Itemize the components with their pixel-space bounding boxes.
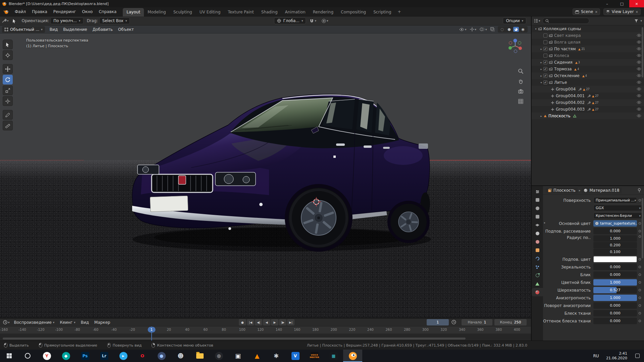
number-field[interactable]: 0.000 xyxy=(593,228,637,234)
keyframe-dot-circle[interactable] xyxy=(639,266,641,268)
outliner-search-input[interactable] xyxy=(542,18,589,24)
action-center-icon[interactable] xyxy=(631,350,644,362)
keyframe-dot-circle[interactable] xyxy=(639,274,641,276)
visibility-eye-icon[interactable] xyxy=(637,101,641,104)
object-visibility-dropdown[interactable]: ▾ xyxy=(458,28,468,31)
taskbar-app-obs[interactable]: ◎ xyxy=(209,350,228,362)
minimize-button[interactable]: – xyxy=(600,0,614,7)
outliner-row[interactable]: Group00427 xyxy=(532,86,644,93)
jump-to-start-button[interactable]: |◀ xyxy=(247,319,254,325)
number-field[interactable]: 0.200 xyxy=(593,242,637,248)
collection-checkbox[interactable] xyxy=(543,54,547,58)
workspace-tab[interactable]: UV Editing xyxy=(196,8,224,16)
taskbar-app-photoshop[interactable]: Ps xyxy=(75,350,95,362)
frame-end-field[interactable]: Конец250 xyxy=(494,319,527,325)
outliner-row[interactable]: Group004.00227 xyxy=(532,99,644,106)
show-gizmo-toggle[interactable]: ▾ xyxy=(468,27,478,32)
slider-field[interactable]: 0.527 xyxy=(593,287,637,293)
properties-tab-output[interactable] xyxy=(532,213,543,221)
keyframe-dot[interactable] xyxy=(637,320,642,322)
properties-tab-tool[interactable] xyxy=(532,196,543,204)
dropdown-field[interactable]: Кристенсен-Берли▾ xyxy=(593,213,643,219)
outliner-row[interactable]: ▸✓Тормоза4 xyxy=(532,66,644,72)
visibility-eye-icon[interactable] xyxy=(637,81,641,84)
drag-dropdown[interactable]: Select Box▾ xyxy=(99,17,130,24)
keyframe-dot-circle[interactable] xyxy=(639,281,641,284)
expand-icon[interactable]: ▾ xyxy=(539,81,543,84)
camera-view-icon[interactable] xyxy=(518,88,524,94)
visibility-eye-icon[interactable] xyxy=(637,94,641,97)
taskbar-app-vlc[interactable]: ▲ xyxy=(248,350,267,362)
show-overlays-toggle[interactable]: ▾ xyxy=(478,27,489,31)
texture-link-button[interactable]: tarmac_supertexture... xyxy=(593,220,637,227)
visibility-eye-icon[interactable] xyxy=(637,108,641,111)
keyframe-dot-circle[interactable] xyxy=(639,304,641,307)
snap-toggle[interactable]: ▾ xyxy=(308,17,318,24)
number-field[interactable]: 0.100 xyxy=(593,249,637,255)
keyframe-dot-circle[interactable] xyxy=(639,289,641,291)
car-model[interactable] xyxy=(131,93,431,252)
visibility-eye-icon[interactable] xyxy=(637,87,641,90)
breadcrumb-material[interactable]: Материал.018 xyxy=(582,187,621,193)
taskbar-app-file-explorer[interactable] xyxy=(190,350,209,362)
taskbar-app-search[interactable] xyxy=(18,350,37,362)
scale-tool[interactable] xyxy=(3,85,13,95)
active-tool-icon[interactable] xyxy=(10,17,18,24)
keyframe-dot[interactable] xyxy=(637,258,642,260)
collection-checkbox[interactable] xyxy=(543,40,547,44)
taskbar-app-resolve[interactable]: ▦ xyxy=(324,350,343,362)
keyframe-dot-circle[interactable] xyxy=(639,258,641,260)
properties-tab-object-data[interactable] xyxy=(532,280,543,288)
outliner-scrollbar[interactable] xyxy=(642,27,643,77)
transform-orientation-dropdown[interactable]: Глоба...▾ xyxy=(274,17,306,24)
collection-checkbox[interactable]: ✓ xyxy=(543,74,547,78)
taskbar-app-vegas[interactable]: V xyxy=(286,350,305,362)
properties-tab-render[interactable] xyxy=(532,204,543,213)
editor-type-selector[interactable]: ▾ xyxy=(0,17,10,24)
dropdown-field[interactable]: GGX▾ xyxy=(593,205,643,211)
outliner-row[interactable]: ▸✓Остекление4 xyxy=(532,72,644,79)
properties-tab-material[interactable] xyxy=(532,288,543,296)
expand-icon[interactable]: ▸ xyxy=(539,68,543,71)
select-box-tool[interactable] xyxy=(3,40,13,49)
properties-tab-scene[interactable] xyxy=(532,229,543,238)
color-swatch[interactable] xyxy=(593,256,637,262)
visibility-eye-icon[interactable] xyxy=(637,34,641,37)
timeline-menu[interactable]: Воспроизведение▾ xyxy=(11,319,57,326)
jump-to-end-button[interactable]: ▶| xyxy=(287,319,294,325)
keyframe-dot-circle[interactable] xyxy=(639,222,641,225)
timeline-menu[interactable]: Вид xyxy=(78,319,92,326)
number-field[interactable]: 0.000 xyxy=(593,318,637,324)
number-field[interactable]: 0.000 xyxy=(593,302,637,309)
keyframe-dot[interactable] xyxy=(637,266,642,268)
keyframe-dot[interactable] xyxy=(637,289,642,291)
add-workspace-button[interactable]: + xyxy=(395,8,404,15)
expand-icon[interactable]: ▸ xyxy=(539,61,543,64)
outliner-row[interactable]: Колеса xyxy=(532,52,644,59)
timeline-ruler[interactable]: -160-140-120-100-80-60-40-20204060801001… xyxy=(0,326,531,334)
taskbar-app-voicemeeter[interactable]: VOICEMEETER xyxy=(305,350,324,362)
expand-icon[interactable]: ▾ xyxy=(534,27,538,31)
outliner-options-icon[interactable]: ▾ xyxy=(640,19,642,22)
orientation-dropdown[interactable]: По умолч...▾ xyxy=(50,17,83,24)
taskbar-app-telegram[interactable]: ▸ xyxy=(114,350,133,362)
slider-field[interactable]: 1.000 xyxy=(593,295,637,301)
preview-range-clock-icon[interactable] xyxy=(451,320,456,324)
filter-icon[interactable] xyxy=(634,19,638,23)
number-field[interactable]: 0.000 xyxy=(593,272,637,278)
collection-checkbox[interactable]: ✓ xyxy=(543,67,547,71)
workspace-tab[interactable]: Rendering xyxy=(309,8,337,16)
collection-checkbox[interactable]: ✓ xyxy=(543,47,547,51)
taskbar-app-lightroom[interactable]: Lr xyxy=(95,350,114,362)
workspace-tab[interactable]: Scripting xyxy=(370,8,395,16)
frame-start-field[interactable]: Начало1 xyxy=(462,319,492,325)
outliner-row[interactable]: ▸Плоскость xyxy=(532,113,644,119)
keyframe-dot-circle[interactable] xyxy=(639,297,641,299)
menubar-menu[interactable]: Файл xyxy=(12,8,29,15)
move-tool[interactable] xyxy=(3,64,13,74)
options-dropdown[interactable]: Опции▾ xyxy=(503,17,526,24)
taskbar-app-yandex-browser[interactable]: Y xyxy=(37,350,56,362)
navigation-gizmo[interactable] xyxy=(507,38,523,54)
properties-tab-view-layer[interactable] xyxy=(532,221,543,229)
language-indicator[interactable]: RU xyxy=(589,354,603,358)
